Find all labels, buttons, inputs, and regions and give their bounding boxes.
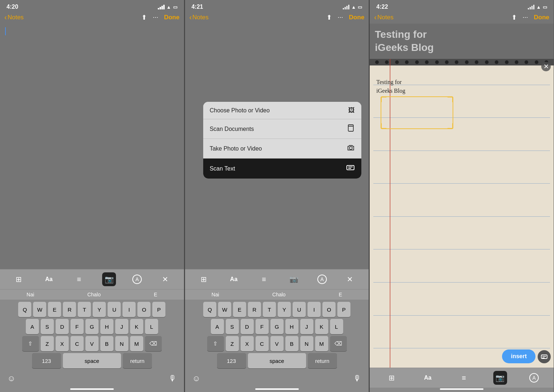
format-icon-3[interactable]: Aa	[421, 371, 435, 385]
shift-key-1[interactable]: ⇧	[22, 336, 39, 351]
space-key-1[interactable]: space	[63, 353, 121, 368]
key-e-2[interactable]: E	[233, 302, 246, 317]
scan-fab-icon[interactable]	[538, 350, 551, 363]
key-j-1[interactable]: J	[115, 319, 128, 334]
camera-close-button[interactable]: ✕	[541, 62, 551, 71]
key-z-1[interactable]: Z	[41, 336, 54, 351]
key-b-1[interactable]: B	[100, 336, 113, 351]
done-button-1[interactable]: Done	[164, 14, 180, 21]
list-icon-2[interactable]: ≡	[257, 272, 271, 286]
key-y-2[interactable]: Y	[278, 302, 291, 317]
delete-key-1[interactable]: ⌫	[145, 336, 162, 351]
key-f-2[interactable]: F	[256, 319, 269, 334]
done-button-3[interactable]: Done	[534, 14, 550, 21]
autocomplete-1-1[interactable]: Chalo	[83, 292, 105, 297]
num-key-1[interactable]: 123	[32, 353, 61, 368]
popup-item-take-photo[interactable]: Take Photo or Video	[203, 139, 362, 159]
popup-item-scan-docs[interactable]: Scan Documents	[203, 119, 362, 139]
key-j-2[interactable]: J	[300, 319, 313, 334]
markup-icon-3[interactable]: A	[529, 373, 539, 383]
key-b-2[interactable]: B	[285, 336, 298, 351]
key-q-2[interactable]: Q	[203, 302, 216, 317]
key-v-2[interactable]: V	[270, 336, 284, 351]
mic-button-1[interactable]: 🎙	[169, 374, 177, 383]
num-key-2[interactable]: 123	[217, 353, 246, 368]
markup-icon-2[interactable]: A	[317, 275, 327, 284]
key-r-1[interactable]: R	[63, 302, 76, 317]
return-key-1[interactable]: return	[123, 353, 152, 368]
key-o-2[interactable]: O	[322, 302, 336, 317]
list-icon-3[interactable]: ≡	[457, 371, 471, 385]
key-y-1[interactable]: Y	[93, 302, 106, 317]
return-key-2[interactable]: return	[308, 353, 337, 368]
key-s-2[interactable]: S	[226, 319, 239, 334]
key-o-1[interactable]: O	[137, 302, 150, 317]
markup-icon-1[interactable]: A	[132, 275, 142, 284]
key-g-1[interactable]: G	[85, 319, 99, 334]
key-x-1[interactable]: X	[56, 336, 69, 351]
format-icon-1[interactable]: Aa	[42, 272, 56, 286]
close-icon-2[interactable]: ✕	[343, 272, 357, 286]
key-d-2[interactable]: D	[241, 319, 254, 334]
key-v-1[interactable]: V	[85, 336, 99, 351]
emoji-button-2[interactable]: ☺	[192, 374, 200, 383]
key-f-1[interactable]: F	[71, 319, 84, 334]
key-s-1[interactable]: S	[41, 319, 54, 334]
popup-item-scan-text[interactable]: Scan Text	[203, 159, 362, 179]
note-content-1[interactable]	[0, 24, 184, 269]
key-p-1[interactable]: P	[152, 302, 165, 317]
autocomplete-2-2[interactable]: E	[334, 292, 346, 297]
back-button-3[interactable]: ‹ Notes	[374, 13, 393, 21]
key-t-1[interactable]: T	[78, 302, 91, 317]
camera-icon-1[interactable]: 📷	[102, 272, 116, 286]
key-d-1[interactable]: D	[56, 319, 69, 334]
autocomplete-0-1[interactable]: Nai	[22, 292, 39, 297]
table-icon-2[interactable]: ⊞	[197, 272, 210, 286]
back-button-2[interactable]: ‹ Notes	[189, 13, 209, 21]
camera-icon-2[interactable]: 📷	[287, 272, 301, 286]
key-w-1[interactable]: W	[33, 302, 46, 317]
more-icon-2[interactable]: ···	[338, 13, 343, 21]
key-c-1[interactable]: C	[71, 336, 84, 351]
key-a-2[interactable]: A	[211, 319, 224, 334]
key-i-1[interactable]: I	[123, 302, 136, 317]
emoji-button-1[interactable]: ☺	[7, 374, 15, 383]
format-icon-2[interactable]: Aa	[227, 272, 241, 286]
camera-icon-3[interactable]: 📷	[493, 371, 507, 385]
more-icon-3[interactable]: ···	[523, 13, 528, 21]
key-m-1[interactable]: M	[130, 336, 143, 351]
autocomplete-0-2[interactable]: Nai	[207, 292, 224, 297]
key-i-2[interactable]: I	[308, 302, 321, 317]
key-n-2[interactable]: N	[300, 336, 313, 351]
share-icon-1[interactable]: ⬆	[141, 13, 147, 21]
autocomplete-2-1[interactable]: E	[149, 292, 161, 297]
key-l-1[interactable]: L	[145, 319, 158, 334]
key-k-1[interactable]: K	[130, 319, 143, 334]
key-u-2[interactable]: U	[293, 302, 306, 317]
share-icon-3[interactable]: ⬆	[511, 13, 517, 21]
insert-button[interactable]: insert	[502, 349, 535, 363]
key-c-2[interactable]: C	[256, 336, 269, 351]
key-r-2[interactable]: R	[248, 302, 261, 317]
list-icon-1[interactable]: ≡	[72, 272, 86, 286]
key-w-2[interactable]: W	[218, 302, 231, 317]
key-m-2[interactable]: M	[315, 336, 328, 351]
key-g-2[interactable]: G	[270, 319, 284, 334]
key-n-1[interactable]: N	[115, 336, 128, 351]
back-button-1[interactable]: ‹ Notes	[4, 13, 24, 21]
key-h-2[interactable]: H	[285, 319, 298, 334]
key-z-2[interactable]: Z	[226, 336, 239, 351]
key-q-1[interactable]: Q	[18, 302, 31, 317]
key-l-2[interactable]: L	[330, 319, 343, 334]
key-x-2[interactable]: X	[241, 336, 254, 351]
mic-button-2[interactable]: 🎙	[353, 374, 361, 383]
key-a-1[interactable]: A	[26, 319, 39, 334]
key-e-1[interactable]: E	[48, 302, 61, 317]
close-icon-1[interactable]: ✕	[158, 272, 172, 286]
popup-item-photo[interactable]: Choose Photo or Video 🖼	[203, 102, 362, 119]
table-icon-1[interactable]: ⊞	[12, 272, 25, 286]
more-icon-1[interactable]: ···	[153, 13, 158, 21]
key-t-2[interactable]: T	[263, 302, 276, 317]
key-u-1[interactable]: U	[108, 302, 121, 317]
space-key-2[interactable]: space	[248, 353, 306, 368]
